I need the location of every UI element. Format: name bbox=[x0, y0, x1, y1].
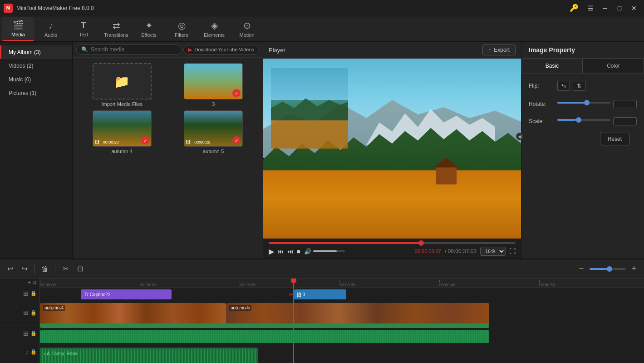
main-area: My Album (3) Videos (2) Music (0) Pictur… bbox=[0, 42, 644, 259]
timeline-ruler: 00:00:00 00:00:10 00:00:20 00:00:30 00:0… bbox=[40, 278, 644, 288]
titlebar: M MiniTool MovieMaker Free 8.0.0 🔑 ☰ ─ □… bbox=[0, 0, 644, 16]
player-title: Player bbox=[269, 47, 285, 54]
properties-panel: Image Property Basic Color Flip: ⇆ ⇅ Rot… bbox=[521, 42, 644, 259]
skip-forward-button[interactable]: ⏭ bbox=[287, 248, 293, 255]
toolbar-audio[interactable]: ♪ Audio bbox=[34, 17, 67, 41]
progress-bar[interactable] bbox=[269, 242, 516, 244]
flip-vertical-button[interactable]: ⇅ bbox=[573, 81, 585, 91]
skip-back-button[interactable]: ⏮ bbox=[278, 248, 284, 255]
audio-lock-icon[interactable]: 🔒 bbox=[30, 330, 37, 336]
caption-track: Tr Caption22 🖼 3 ✂ bbox=[40, 288, 644, 301]
scale-value[interactable]: 50 % bbox=[613, 117, 637, 125]
tab-basic[interactable]: Basic bbox=[521, 59, 583, 73]
undo-button[interactable]: ↩ bbox=[4, 263, 16, 275]
rotate-control: 0 ° bbox=[557, 100, 637, 108]
copy-track-icon[interactable]: ⧉ bbox=[33, 279, 37, 286]
media-item-img3[interactable]: ✓ 3 bbox=[170, 63, 258, 107]
sidebar-item-videos[interactable]: Videos (2) bbox=[0, 59, 72, 73]
video-frame bbox=[263, 59, 521, 239]
menu-button[interactable]: ☰ bbox=[584, 3, 597, 14]
aspect-ratio-select[interactable]: 16:9 9:16 1:1 4:3 bbox=[480, 247, 506, 256]
yt-download-button[interactable]: ▶ Download YouTube Videos bbox=[183, 45, 260, 55]
rotate-slider[interactable] bbox=[557, 102, 610, 106]
toolbar-filters-label: Filters bbox=[175, 32, 188, 38]
toolbar-effects[interactable]: ✦ Effects bbox=[133, 17, 165, 41]
app-logo: M bbox=[4, 4, 13, 13]
cabin bbox=[436, 167, 457, 185]
toolbar-motion-label: Motion bbox=[239, 32, 254, 38]
sidebar-item-pictures[interactable]: Pictures (1) bbox=[0, 86, 72, 100]
search-input[interactable] bbox=[91, 46, 177, 53]
audio-wave-block[interactable] bbox=[40, 330, 489, 343]
toolbar-transitions[interactable]: ⇄ Transitions bbox=[100, 17, 133, 41]
tab-color[interactable]: Color bbox=[583, 59, 644, 73]
toolbar-media-label: Media bbox=[11, 32, 25, 37]
volume-bar[interactable] bbox=[313, 250, 345, 252]
flip-control: ⇆ ⇅ bbox=[557, 81, 637, 91]
flip-row: Flip: ⇆ ⇅ bbox=[529, 81, 637, 91]
sidebar-item-music[interactable]: Music (0) bbox=[0, 73, 72, 86]
zoom-thumb[interactable] bbox=[607, 266, 612, 272]
volume-fill bbox=[313, 250, 337, 252]
ruler-mark-1: 00:00:10 bbox=[140, 283, 156, 287]
duration-autumn5: 00:00:29 bbox=[194, 140, 210, 144]
caption-block-label: Tr Caption22 bbox=[84, 292, 110, 297]
play-button[interactable]: ▶ bbox=[269, 247, 274, 256]
video-track-icon: ⊞ bbox=[23, 309, 29, 316]
collapse-arrow[interactable]: ◀ bbox=[516, 133, 523, 140]
stop-button[interactable]: ■ bbox=[297, 248, 300, 255]
video-background bbox=[263, 59, 521, 239]
scale-slider[interactable] bbox=[557, 119, 610, 124]
search-area[interactable]: 🔍 bbox=[76, 45, 182, 55]
fullscreen-button[interactable]: ⛶ bbox=[509, 248, 516, 255]
media-item-autumn4[interactable]: 🎞 00:00:20 ✓ autumn-4 bbox=[78, 110, 166, 154]
scale-row: Scale: 50 % bbox=[529, 117, 637, 125]
timeline-content: + ⧉ ⊞ 🔒 ⊞ 🔒 ⊞ 🔒 ♪ 🔒 00: bbox=[0, 278, 644, 363]
media-label-img3: 3 bbox=[212, 101, 215, 107]
elements-icon: ◈ bbox=[211, 20, 218, 31]
flip-horizontal-button[interactable]: ⇆ bbox=[557, 81, 570, 91]
close-button[interactable]: ✕ bbox=[628, 3, 640, 14]
video-track: autumn-4 autumn-5 bbox=[40, 301, 644, 328]
video-icon-autumn5: 🎞 bbox=[186, 139, 191, 144]
volume-icon[interactable]: 🔊 bbox=[304, 248, 311, 255]
crop-button[interactable]: ⊡ bbox=[74, 263, 86, 275]
delete-button[interactable]: 🗑 bbox=[39, 263, 51, 275]
maximize-button[interactable]: □ bbox=[613, 3, 626, 14]
key-icon: 🔑 bbox=[570, 4, 579, 12]
sidebar-item-my-album[interactable]: My Album (3) bbox=[0, 45, 72, 59]
caption-lock-icon[interactable]: 🔒 bbox=[30, 290, 37, 296]
zoom-out-button[interactable]: − bbox=[575, 263, 588, 275]
import-media-item[interactable]: 📁 Import Media Files bbox=[78, 63, 166, 107]
music-block[interactable]: ♪ A_Dusty_Road bbox=[40, 348, 258, 363]
rotate-value[interactable]: 0 ° bbox=[613, 100, 637, 108]
toolbar-motion[interactable]: ⊙ Motion bbox=[231, 17, 263, 41]
toolbar-text[interactable]: T Text bbox=[67, 17, 100, 41]
import-label: Import Media Files bbox=[102, 101, 143, 107]
video-lock-icon[interactable]: 🔒 bbox=[30, 310, 37, 316]
redo-button[interactable]: ↪ bbox=[18, 263, 31, 275]
cut-button[interactable]: ✂ bbox=[59, 263, 72, 275]
zoom-in-button[interactable]: + bbox=[628, 263, 640, 275]
rotate-thumb[interactable] bbox=[584, 100, 590, 105]
media-item-autumn5[interactable]: 🎞 00:00:29 ✓ autumn-5 bbox=[170, 110, 258, 154]
scale-thumb[interactable] bbox=[576, 117, 581, 123]
folder-icon: 📁 bbox=[114, 74, 130, 89]
toolbar-media[interactable]: 🎬 Media bbox=[2, 17, 34, 41]
import-thumb[interactable]: 📁 bbox=[93, 63, 152, 99]
media-label-autumn5: autumn-5 bbox=[203, 149, 224, 154]
caption-block[interactable]: Tr Caption22 bbox=[81, 289, 172, 299]
toolbar-elements[interactable]: ◈ Elements bbox=[198, 17, 231, 41]
export-button[interactable]: ↑ Export bbox=[482, 45, 516, 55]
minimize-button[interactable]: ─ bbox=[599, 3, 611, 14]
music-lock-icon[interactable]: 🔒 bbox=[30, 349, 37, 355]
add-track-icon[interactable]: + bbox=[28, 279, 31, 286]
toolbar-filters[interactable]: ◎ Filters bbox=[165, 17, 198, 41]
progress-thumb bbox=[418, 240, 424, 246]
caption-track-icon: ⊞ bbox=[23, 290, 29, 297]
zoom-track[interactable] bbox=[590, 268, 626, 270]
video-ctrl-row: ⊞ 🔒 bbox=[0, 300, 39, 326]
image-block[interactable]: 🖼 3 bbox=[294, 289, 346, 299]
music-track: ♪ A_Dusty_Road bbox=[40, 345, 644, 363]
reset-button[interactable]: Reset bbox=[600, 133, 629, 145]
